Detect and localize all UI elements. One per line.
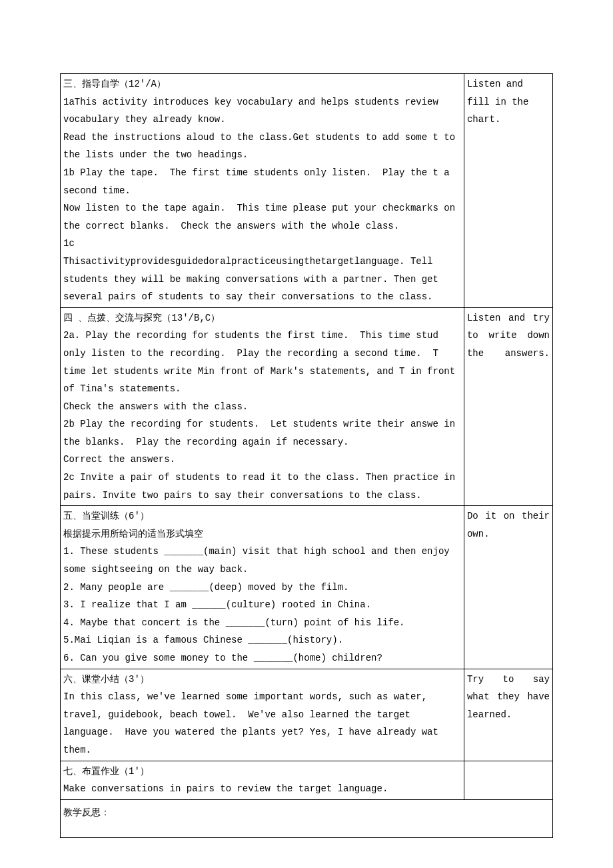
reflection-label: 教学反思： [63,807,110,818]
table-row: 四 、点拨、交流与探究（13′/B,C） 2a. Play the record… [61,307,553,506]
table-row: 三、指导自学（12′/A） 1aThis activity introduces… [61,74,553,308]
main-content-cell: 五、当堂训练（6′） 根据提示用所给词的适当形式填空 1. These stud… [61,506,464,669]
table-row: 七、布置作业（1′） Make conversations in pairs t… [61,761,553,799]
side-note-cell: Try to say what they have learned. [464,669,552,761]
main-content-cell: 四 、点拨、交流与探究（13′/B,C） 2a. Play the record… [61,307,464,506]
side-note-cell: Listen and try to write down the answers… [464,307,552,506]
table-row: 六、课堂小结（3′） In this class, we've learned … [61,669,553,761]
teaching-reflection: 教学反思： [60,800,553,839]
side-note-cell: Do it on their own. [464,506,552,669]
main-content-cell: 六、课堂小结（3′） In this class, we've learned … [61,669,464,761]
main-content-cell: 三、指导自学（12′/A） 1aThis activity introduces… [61,74,464,308]
side-note-cell: Listen and fill in the chart. [464,74,552,308]
side-note-cell [464,761,552,799]
main-content-cell: 七、布置作业（1′） Make conversations in pairs t… [61,761,464,799]
lesson-plan-table: 三、指导自学（12′/A） 1aThis activity introduces… [60,73,553,800]
table-row: 五、当堂训练（6′） 根据提示用所给词的适当形式填空 1. These stud… [61,506,553,669]
